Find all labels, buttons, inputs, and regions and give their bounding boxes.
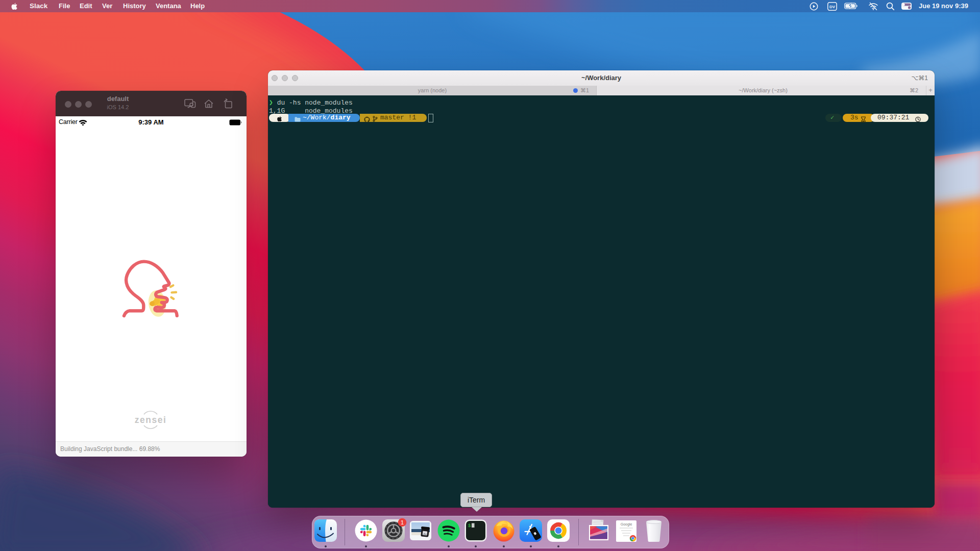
svg-text:Google: Google xyxy=(621,522,632,527)
svg-text:1: 1 xyxy=(401,519,404,525)
svg-text:DV: DV xyxy=(829,5,836,9)
svg-text:zensei: zensei xyxy=(135,415,167,425)
svg-text:$: $ xyxy=(468,523,471,529)
